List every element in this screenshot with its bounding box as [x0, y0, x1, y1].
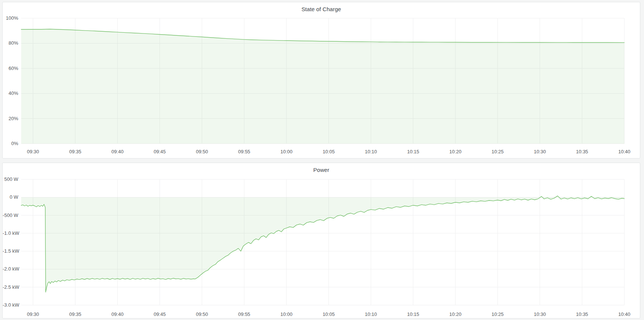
panel-state-of-charge: State of Charge 100%80%60%40%20%0%09:300… — [2, 2, 640, 159]
state-of-charge-series-fill — [21, 29, 624, 144]
state-of-charge-x-tick-label: 10:25 — [485, 149, 510, 155]
panel-power: Power 500 W0 W-500 W-1.0 kW-1.5 kW-2.0 k… — [2, 163, 640, 319]
power-x-tick-label: 10:05 — [316, 311, 341, 317]
power-y-tick-label: 500 W — [3, 176, 18, 182]
power-x-tick-label: 09:30 — [20, 311, 46, 317]
power-x-tick-label: 09:35 — [62, 311, 88, 317]
state-of-charge-x-tick-label: 10:20 — [443, 149, 468, 155]
power-y-tick-label: 0 W — [3, 194, 18, 200]
state-of-charge-x-tick-label: 09:35 — [62, 149, 88, 155]
state-of-charge-y-tick-label: 40% — [3, 90, 18, 96]
power-x-tick-label: 10:20 — [443, 311, 468, 317]
state-of-charge-y-tick-label: 80% — [3, 40, 18, 46]
state-of-charge-x-tick-label: 10:30 — [527, 149, 553, 155]
power-y-tick-label: -1.0 kW — [3, 230, 18, 236]
power-y-tick-label: -500 W — [3, 212, 18, 218]
state-of-charge-x-tick-label: 10:15 — [401, 149, 426, 155]
panel-title-state-of-charge: State of Charge — [3, 6, 640, 12]
state-of-charge-x-tick-label: 10:35 — [569, 149, 595, 155]
power-x-tick-label: 10:35 — [569, 311, 595, 317]
state-of-charge-y-tick-label: 0% — [3, 141, 18, 147]
state-of-charge-x-tick-label: 10:10 — [358, 149, 384, 155]
state-of-charge-y-tick-label: 20% — [3, 116, 18, 122]
power-series-fill — [21, 196, 624, 292]
state-of-charge-x-tick-label: 10:00 — [274, 149, 299, 155]
panel-title-power: Power — [3, 167, 640, 173]
state-of-charge-y-tick-label: 60% — [3, 65, 18, 71]
power-x-tick-label: 09:55 — [232, 311, 257, 317]
state-of-charge-x-tick-label: 10:05 — [316, 149, 341, 155]
power-x-tick-label: 09:40 — [105, 311, 130, 317]
power-x-tick-label: 10:25 — [485, 311, 510, 317]
power-x-tick-label: 10:15 — [401, 311, 426, 317]
power-y-tick-label: -2.5 kW — [3, 284, 18, 290]
state-of-charge-y-tick-label: 100% — [3, 15, 18, 21]
state-of-charge-x-tick-label: 09:45 — [147, 149, 172, 155]
power-y-tick-label: -2.0 kW — [3, 266, 18, 272]
state-of-charge-plot-canvas[interactable] — [21, 18, 624, 144]
state-of-charge-x-tick-label: 10:40 — [612, 149, 637, 155]
power-x-tick-label: 10:10 — [358, 311, 384, 317]
power-x-tick-label: 09:50 — [189, 311, 214, 317]
power-x-tick-label: 10:00 — [274, 311, 299, 317]
state-of-charge-x-tick-label: 09:50 — [189, 149, 214, 155]
power-plot-canvas[interactable] — [21, 179, 624, 305]
state-of-charge-x-tick-label: 09:55 — [232, 149, 257, 155]
power-y-tick-label: -1.5 kW — [3, 248, 18, 254]
state-of-charge-x-tick-label: 09:30 — [20, 149, 46, 155]
power-x-tick-label: 09:45 — [147, 311, 172, 317]
power-x-tick-label: 10:40 — [612, 311, 637, 317]
state-of-charge-x-tick-label: 09:40 — [105, 149, 130, 155]
power-y-tick-label: -3.0 kW — [3, 302, 18, 308]
power-x-tick-label: 10:30 — [527, 311, 553, 317]
